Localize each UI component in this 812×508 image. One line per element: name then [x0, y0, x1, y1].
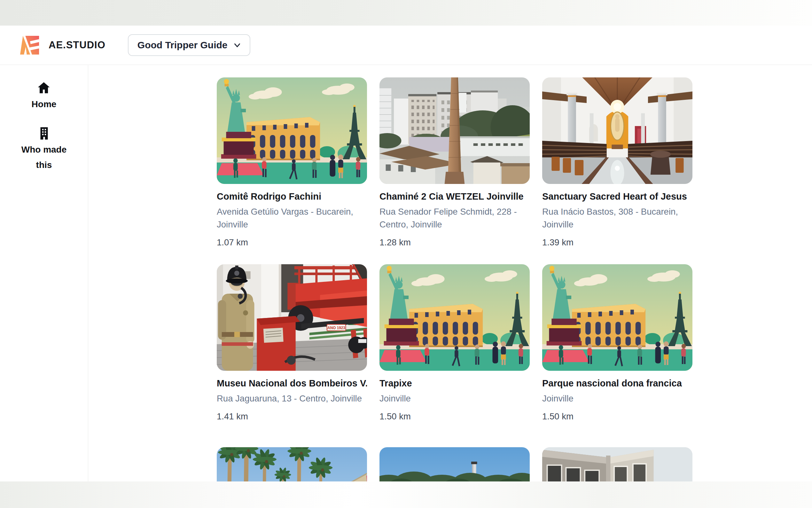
building-icon [37, 126, 51, 141]
ae-studio-logo-icon [19, 35, 40, 55]
place-address: Rua Senador Felipe Schmidt, 228 - Centro… [379, 205, 530, 231]
background-band-bottom [0, 481, 812, 508]
place-card[interactable]: Chaminé 2 Cia WETZEL Joinville Rua Senad… [379, 77, 530, 248]
place-title: Parque nascional dona francica [542, 377, 692, 390]
background-band-top [0, 0, 812, 26]
place-title: Trapixe [379, 377, 530, 390]
card-image-photo-city-chimney [379, 77, 530, 184]
chevron-down-icon [232, 40, 242, 50]
sidebar-item-home[interactable]: Home [32, 81, 57, 112]
places-grid: Comitê Rodrigo Fachini Avenida Getúlio V… [0, 0, 812, 508]
places-grid-row: Comitê Rodrigo Fachini Avenida Getúlio V… [217, 77, 692, 248]
card-image-illustration-travel-landmarks [379, 264, 530, 371]
place-card[interactable]: ANO 1923 [217, 264, 367, 422]
place-title: Museu Nacional dos Bombeiros V... [217, 377, 367, 390]
sidebar-item-who-made-this[interactable]: Who made this [17, 126, 71, 173]
card-image-illustration-travel-landmarks [217, 77, 367, 184]
sidebar-item-home-label: Home [32, 97, 57, 112]
guide-selector-label: Good Tripper Guide [138, 40, 228, 50]
place-distance: 1.07 km [217, 237, 367, 248]
card-image-photo-church-interior [542, 77, 692, 184]
place-card[interactable]: Comitê Rodrigo Fachini Avenida Getúlio V… [217, 77, 367, 248]
sidebar-item-who-made-this-label: Who made this [17, 142, 71, 173]
place-address: Avenida Getúlio Vargas - Bucarein, Joinv… [217, 205, 367, 231]
home-icon [37, 81, 51, 95]
truck-plate-text: ANO 1923 [327, 326, 345, 330]
place-distance: 1.41 km [217, 411, 367, 422]
card-image-photo-fire-museum: ANO 1923 [217, 264, 367, 371]
app-canvas: AE.STUDIO Good Tripper Guide Home [0, 0, 812, 508]
place-card[interactable]: Sanctuary Sacred Heart of Jesus Rua Inác… [542, 77, 692, 248]
card-image-illustration-travel-landmarks [542, 264, 692, 371]
place-distance: 1.50 km [379, 411, 530, 422]
sidebar: Home Who made this [0, 65, 88, 508]
guide-selector-button[interactable]: Good Tripper Guide [128, 34, 251, 56]
place-address: Joinville [542, 392, 692, 405]
place-distance: 1.39 km [542, 237, 692, 248]
brand[interactable]: AE.STUDIO [19, 35, 105, 55]
place-address: Rua Inácio Bastos, 308 - Bucarein, Joinv… [542, 205, 692, 231]
place-title: Comitê Rodrigo Fachini [217, 190, 367, 203]
place-distance: 1.28 km [379, 237, 530, 248]
app-header: AE.STUDIO Good Tripper Guide [0, 26, 812, 65]
places-grid-row: ANO 1923 [217, 264, 692, 422]
place-address: Joinville [379, 392, 530, 405]
place-distance: 1.50 km [542, 411, 692, 422]
place-address: Rua Jaguaruna, 13 - Centro, Joinville [217, 392, 367, 405]
place-title: Sanctuary Sacred Heart of Jesus [542, 190, 692, 203]
place-card[interactable]: Parque nascional dona francica Joinville… [542, 264, 692, 422]
place-card[interactable]: Trapixe Joinville 1.50 km [379, 264, 530, 422]
brand-name: AE.STUDIO [49, 39, 105, 51]
place-title: Chaminé 2 Cia WETZEL Joinville [379, 190, 530, 203]
